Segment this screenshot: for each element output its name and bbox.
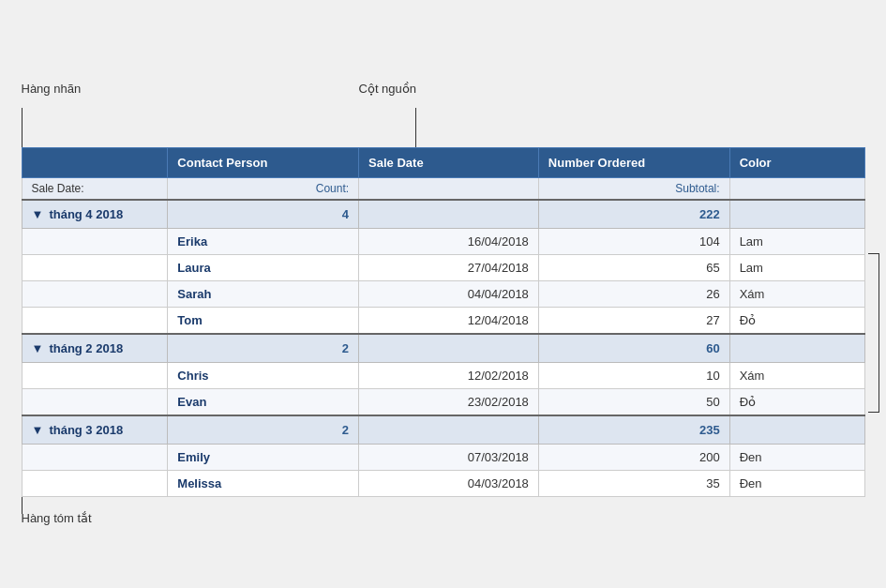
group-header-0: ▼tháng 4 2018 4 222 bbox=[22, 200, 864, 229]
group-empty-date-1 bbox=[359, 334, 539, 363]
header-row: Contact Person Sale Date Number Ordered … bbox=[22, 148, 864, 178]
pivot-table: Contact Person Sale Date Number Ordered … bbox=[22, 147, 865, 497]
sale-date-2-0: 07/03/2018 bbox=[359, 445, 539, 471]
summary-subtotal-label: Subtotal: bbox=[538, 178, 729, 201]
annotation-hang-tom-tat: Hàng tóm tắt bbox=[22, 511, 92, 525]
group-subtotal-0: 222 bbox=[538, 200, 729, 229]
table-row: Laura 27/04/2018 65 Lam bbox=[22, 255, 864, 281]
color-val-0-0: Lam bbox=[729, 229, 864, 255]
num-ordered-0-1: 65 bbox=[538, 255, 729, 281]
table-row: Evan 23/02/2018 50 Đỏ bbox=[22, 389, 864, 416]
group-empty-date-0 bbox=[359, 200, 539, 229]
person-name-2-1: Melissa bbox=[168, 471, 359, 497]
empty-col-0-0 bbox=[22, 229, 168, 255]
table-row: Chris 12/02/2018 10 Xám bbox=[22, 363, 864, 389]
sale-date-0-2: 04/04/2018 bbox=[359, 281, 539, 308]
sale-date-1-1: 23/02/2018 bbox=[359, 389, 539, 416]
header-sale-date: Sale Date bbox=[359, 148, 539, 178]
group-empty-date-2 bbox=[359, 415, 539, 445]
group-count-1: 2 bbox=[168, 334, 359, 363]
color-val-1-1: Đỏ bbox=[729, 389, 864, 416]
bracket-nhom bbox=[868, 253, 879, 413]
num-ordered-1-0: 10 bbox=[538, 363, 729, 389]
color-val-2-1: Đen bbox=[729, 471, 864, 497]
num-ordered-0-2: 26 bbox=[538, 281, 729, 308]
group-count-0: 4 bbox=[168, 200, 359, 229]
table-row: Emily 07/03/2018 200 Đen bbox=[22, 445, 864, 471]
chevron-icon-0: ▼ bbox=[32, 207, 44, 221]
line-cot-nguon bbox=[415, 108, 417, 147]
color-val-0-2: Xám bbox=[729, 281, 864, 308]
group-name-0: ▼tháng 4 2018 bbox=[22, 200, 168, 229]
line-hang-tom-tat bbox=[22, 497, 23, 514]
summary-empty-color bbox=[729, 178, 864, 201]
color-val-1-0: Xám bbox=[729, 363, 864, 389]
color-val-0-1: Lam bbox=[729, 255, 864, 281]
header-contact-person: Contact Person bbox=[168, 148, 359, 178]
num-ordered-2-1: 35 bbox=[538, 471, 729, 497]
empty-col-0-3 bbox=[22, 308, 168, 335]
table-row: Melissa 04/03/2018 35 Đen bbox=[22, 471, 864, 497]
table-row: Erika 16/04/2018 104 Lam bbox=[22, 229, 864, 255]
summary-sale-date-label: Sale Date: bbox=[22, 178, 168, 201]
summary-empty-date bbox=[359, 178, 539, 201]
header-number-ordered: Number Ordered bbox=[538, 148, 729, 178]
person-name-0-2: Sarah bbox=[168, 281, 359, 308]
empty-col-0-1 bbox=[22, 255, 168, 281]
empty-col-2-0 bbox=[22, 445, 168, 471]
num-ordered-2-0: 200 bbox=[538, 445, 729, 471]
group-subtotal-1: 60 bbox=[538, 334, 729, 363]
chevron-icon-1: ▼ bbox=[32, 341, 44, 355]
table-row: Tom 12/04/2018 27 Đỏ bbox=[22, 308, 864, 335]
summary-count-label: Count: bbox=[168, 178, 359, 201]
group-count-2: 2 bbox=[168, 415, 359, 445]
summary-header-row: Sale Date: Count: Subtotal: bbox=[22, 178, 864, 201]
person-name-0-1: Laura bbox=[168, 255, 359, 281]
sale-date-0-0: 16/04/2018 bbox=[359, 229, 539, 255]
annotation-hang-nhan: Hàng nhãn bbox=[22, 82, 82, 96]
sale-date-1-0: 12/02/2018 bbox=[359, 363, 539, 389]
color-val-2-0: Đen bbox=[729, 445, 864, 471]
group-header-2: ▼tháng 3 2018 2 235 bbox=[22, 415, 864, 445]
line-hang-nhan bbox=[22, 108, 23, 147]
person-name-1-0: Chris bbox=[168, 363, 359, 389]
empty-col-1-1 bbox=[22, 389, 168, 416]
sale-date-2-1: 04/03/2018 bbox=[359, 471, 539, 497]
header-col0 bbox=[22, 148, 168, 178]
group-empty-color-1 bbox=[729, 334, 864, 363]
group-header-1: ▼tháng 2 2018 2 60 bbox=[22, 334, 864, 363]
sale-date-0-1: 27/04/2018 bbox=[359, 255, 539, 281]
empty-col-0-2 bbox=[22, 281, 168, 308]
group-empty-color-0 bbox=[729, 200, 864, 229]
empty-col-2-1 bbox=[22, 471, 168, 497]
person-name-0-3: Tom bbox=[168, 308, 359, 335]
group-name-2: ▼tháng 3 2018 bbox=[22, 415, 168, 445]
num-ordered-1-1: 50 bbox=[538, 389, 729, 416]
num-ordered-0-0: 104 bbox=[538, 229, 729, 255]
group-subtotal-2: 235 bbox=[538, 415, 729, 445]
num-ordered-0-3: 27 bbox=[538, 308, 729, 335]
header-color: Color bbox=[729, 148, 864, 178]
group-empty-color-2 bbox=[729, 415, 864, 445]
color-val-0-3: Đỏ bbox=[729, 308, 864, 335]
person-name-1-1: Evan bbox=[168, 389, 359, 416]
annotation-cot-nguon: Cột nguồn bbox=[359, 82, 417, 96]
sale-date-0-3: 12/04/2018 bbox=[359, 308, 539, 335]
outer-container: Hàng nhãn Cột nguồn Nhóm Hàng tóm tắt Co… bbox=[22, 147, 865, 497]
empty-col-1-0 bbox=[22, 363, 168, 389]
chevron-icon-2: ▼ bbox=[32, 423, 44, 437]
table-row: Sarah 04/04/2018 26 Xám bbox=[22, 281, 864, 308]
group-name-1: ▼tháng 2 2018 bbox=[22, 334, 168, 363]
person-name-2-0: Emily bbox=[168, 445, 359, 471]
person-name-0-0: Erika bbox=[168, 229, 359, 255]
